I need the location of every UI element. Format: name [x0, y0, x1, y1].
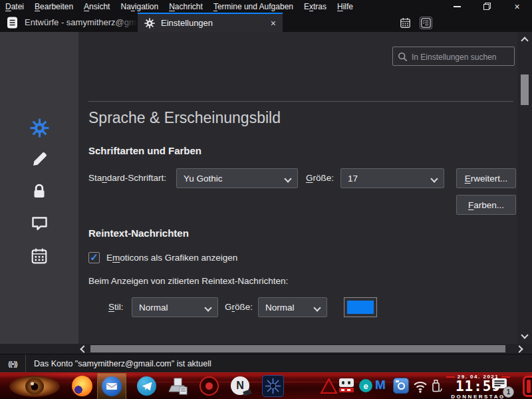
menu-nachricht[interactable]: Nachricht: [164, 2, 208, 11]
tasks-toolbar-icon[interactable]: [420, 17, 432, 29]
font-size-select[interactable]: 17: [340, 168, 444, 188]
taskbar-edge-logo[interactable]: [523, 376, 532, 397]
menu-navigation[interactable]: Navigation: [115, 2, 164, 11]
emoticons-checkbox[interactable]: ✓: [88, 252, 100, 263]
calendar-icon: [31, 247, 48, 267]
starburst-icon: [265, 378, 281, 394]
lock-icon: [31, 183, 47, 203]
menu-extras[interactable]: Extras: [299, 2, 332, 11]
chevron-down-icon: [313, 304, 321, 311]
check-icon: ✓: [90, 252, 98, 262]
tab-bar: Entwürfe - samymitherz@gmail Einstellung…: [0, 13, 532, 32]
sidebar-item-privacy[interactable]: [0, 183, 78, 203]
horizontal-scrollbar[interactable]: [0, 344, 532, 354]
taskbar-telegram-icon[interactable]: [137, 376, 156, 396]
sidebar-item-composition[interactable]: [0, 151, 78, 170]
tab-label: Einstellungen: [161, 18, 213, 28]
thunderbird-window: Datei Bearbeiten Ansicht Navigation Nach…: [0, 0, 532, 399]
tabbar-toolbar: [400, 17, 432, 29]
calendar-toolbar-icon[interactable]: [400, 17, 411, 29]
taskbar-thunderbird-icon[interactable]: [97, 373, 126, 399]
letter-n: N: [236, 380, 244, 392]
letter-e: e: [363, 381, 368, 391]
font-size-label: Größe:: [306, 168, 334, 188]
tab-close-icon[interactable]: ×: [265, 18, 276, 29]
vertical-scrollbar-thumb[interactable]: [521, 74, 529, 105]
menu-hilfe[interactable]: Hilfe: [332, 2, 358, 11]
chevron-down-icon: [284, 175, 291, 182]
default-font-select[interactable]: Yu Gothic: [176, 168, 298, 188]
close-button[interactable]: ×: [502, 0, 532, 13]
quote-size-label: Größe:: [225, 297, 253, 317]
colors-button[interactable]: Farben...: [456, 195, 516, 215]
taskbar-scanner-icon[interactable]: [168, 376, 188, 399]
menu-bar: Datei Bearbeiten Ansicht Navigation Nach…: [0, 0, 532, 13]
menu-termine-und-aufgaben[interactable]: Termine und Aufgaben: [208, 2, 299, 11]
tray-camera-app-icon[interactable]: [393, 378, 409, 394]
settings-search-input[interactable]: [410, 47, 513, 66]
plaintext-section-heading: Reintext-Nachrichten: [88, 227, 189, 239]
taskbar-spider-app-icon[interactable]: [262, 375, 284, 397]
quoted-plaintext-intro: Beim Anzeigen von zitierten Reintext-Nac…: [88, 276, 288, 286]
tray-usb-icon[interactable]: [430, 377, 442, 398]
taskbar-red-triangle-icon[interactable]: [320, 377, 338, 398]
fonts-section-heading: Schriftarten und Farben: [88, 145, 201, 156]
letter-m: M: [375, 378, 386, 392]
status-message: Das Konto "samymitherz@gmail.com" ist ak…: [26, 359, 211, 368]
tab-mail-drafts[interactable]: Entwürfe - samymitherz@gmail: [0, 13, 138, 32]
sidebar-item-chat[interactable]: [0, 215, 78, 235]
section-divider: [88, 101, 513, 102]
tab-label-fade: [114, 13, 138, 32]
minimize-icon: [454, 6, 461, 7]
taskbar-firefox-icon[interactable]: [72, 376, 92, 396]
tray-malwarebytes-icon[interactable]: M: [375, 378, 386, 392]
broadcast-icon[interactable]: ((•)): [0, 354, 26, 372]
settings-sidebar: [0, 32, 78, 344]
horizontal-scrollbar-thumb[interactable]: [90, 345, 505, 352]
tab-settings[interactable]: Einstellungen ×: [138, 13, 283, 32]
notepad-base: [243, 389, 252, 396]
scroll-down-arrow[interactable]: [521, 331, 528, 338]
advanced-fonts-button[interactable]: Erweitert...: [456, 168, 516, 188]
window-controls: ×: [442, 0, 532, 13]
chat-bubble-icon: [31, 215, 49, 235]
quote-size-select[interactable]: Normal: [258, 297, 327, 317]
start-button-eye-icon[interactable]: [3, 374, 68, 399]
chevron-down-icon: [430, 175, 438, 182]
notification-center-icon[interactable]: 1: [491, 378, 511, 396]
taskbar-red-gear-app-icon[interactable]: [200, 376, 219, 396]
minimize-button[interactable]: [442, 0, 472, 13]
menu-bearbeiten[interactable]: Bearbeiten: [29, 2, 78, 11]
scroll-up-arrow[interactable]: [521, 37, 528, 44]
gear-icon: [30, 118, 49, 140]
tray-panda-app-icon[interactable]: [339, 378, 354, 392]
emoticons-checkbox-label[interactable]: Emoticons als Grafiken anzeigen: [106, 252, 237, 264]
restore-icon: [483, 3, 491, 10]
settings-search: [392, 47, 515, 66]
default-font-label: Standard-Schriftart:: [88, 168, 166, 188]
envelope-icon: [102, 376, 122, 396]
sidebar-item-calendar[interactable]: [0, 247, 78, 267]
vertical-scrollbar[interactable]: [517, 32, 532, 344]
scroll-left-arrow[interactable]: [80, 345, 87, 352]
tray-eset-icon[interactable]: e: [359, 379, 372, 392]
paper-plane-icon: [142, 382, 152, 391]
document-icon: [7, 17, 19, 29]
taskbar-notepad-icon[interactable]: N: [231, 376, 249, 395]
settings-content: Sprache & Erscheinungsbild Schriftarten …: [78, 32, 517, 344]
menu-ansicht[interactable]: Ansicht: [78, 2, 115, 11]
scroll-right-arrow[interactable]: [515, 345, 523, 352]
sidebar-item-general[interactable]: [0, 118, 78, 140]
quote-style-label: Stil:: [108, 297, 124, 317]
pencil-icon: [31, 151, 48, 170]
status-bar: ((•)) Das Konto "samymitherz@gmail.com" …: [0, 354, 532, 372]
menu-datei[interactable]: Datei: [0, 2, 29, 11]
close-icon: ×: [514, 2, 519, 11]
quote-color-swatch[interactable]: [344, 297, 377, 317]
quote-style-select[interactable]: Normal: [132, 297, 218, 317]
restore-button[interactable]: [472, 0, 502, 13]
tray-wifi-icon[interactable]: [412, 378, 428, 396]
quote-color-fill: [347, 301, 374, 314]
gear-icon: [144, 18, 155, 29]
page-title: Sprache & Erscheinungsbild: [88, 109, 281, 127]
